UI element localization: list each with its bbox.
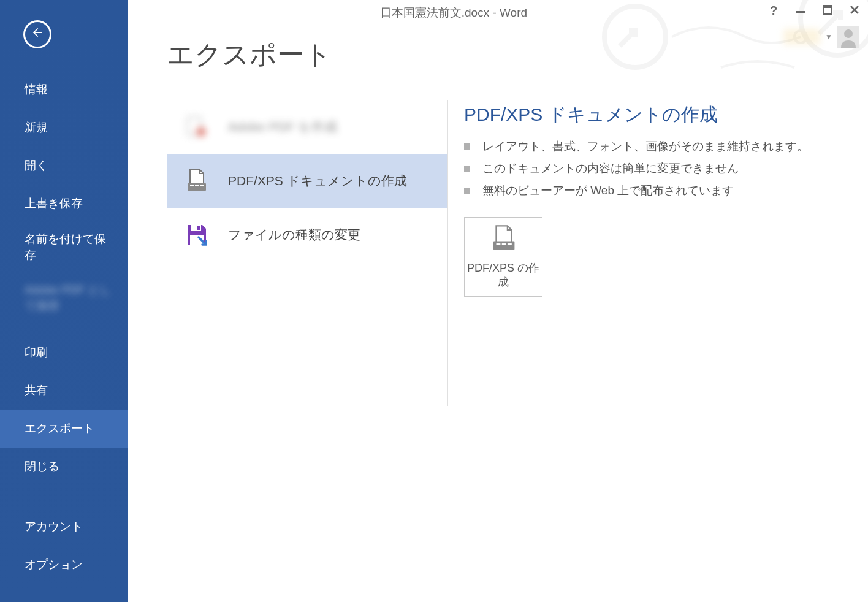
nav-item-print[interactable]: 印刷 bbox=[0, 333, 128, 371]
back-button[interactable] bbox=[23, 20, 51, 48]
detail-bullet-item: 無料のビューアーが Web 上で配布されています bbox=[464, 183, 868, 199]
pdf-xps-icon bbox=[489, 224, 517, 255]
svg-rect-9 bbox=[188, 183, 206, 191]
nav-item-export[interactable]: エクスポート bbox=[0, 410, 128, 448]
svg-rect-3 bbox=[796, 11, 805, 13]
nav-item-share[interactable]: 共有 bbox=[0, 371, 128, 410]
svg-point-6 bbox=[844, 29, 853, 38]
back-arrow-icon bbox=[31, 26, 44, 43]
nav-item-save[interactable]: 上書き保存 bbox=[0, 185, 128, 223]
nav-item-close[interactable]: 閉じる bbox=[0, 448, 128, 486]
titlebar: 日本国憲法前文.docx - Word ? bbox=[128, 0, 868, 26]
user-name-blurred bbox=[783, 29, 820, 45]
bullet-icon bbox=[464, 188, 470, 194]
svg-rect-11 bbox=[195, 185, 199, 186]
export-opt-adobe-pdf[interactable]: Adobe PDF を作成 bbox=[167, 100, 447, 154]
svg-rect-10 bbox=[190, 185, 194, 186]
svg-point-8 bbox=[196, 127, 206, 137]
bullet-icon bbox=[464, 143, 470, 150]
export-opt-label: Adobe PDF を作成 bbox=[228, 118, 337, 135]
export-options-list: Adobe PDF を作成 bbox=[167, 100, 447, 406]
close-button[interactable] bbox=[847, 4, 862, 18]
help-button[interactable]: ? bbox=[766, 4, 781, 18]
svg-rect-17 bbox=[497, 243, 501, 245]
svg-rect-16 bbox=[493, 241, 515, 250]
divider bbox=[447, 100, 448, 406]
nav-item-adobe-pdf[interactable]: Adobe PDF として保存 bbox=[0, 271, 128, 325]
pdf-xps-icon bbox=[184, 169, 208, 193]
svg-rect-19 bbox=[508, 243, 512, 245]
svg-rect-15 bbox=[197, 226, 200, 230]
detail-bullet-item: レイアウト、書式、フォント、画像がそのまま維持されます。 bbox=[464, 139, 868, 154]
create-pdf-xps-button[interactable]: PDF/XPS の作成 bbox=[464, 217, 542, 297]
nav-item-info[interactable]: 情報 bbox=[0, 70, 128, 109]
export-details-panel: PDF/XPS ドキュメントの作成 レイアウト、書式、フォント、画像がそのまま維… bbox=[464, 100, 868, 406]
nav-item-account[interactable]: アカウント bbox=[0, 508, 128, 546]
svg-rect-12 bbox=[200, 185, 204, 186]
main-content: 日本国憲法前文.docx - Word ? ▼ エクスポ bbox=[128, 0, 868, 602]
chevron-down-icon: ▼ bbox=[825, 32, 832, 41]
restore-button[interactable] bbox=[820, 4, 835, 18]
page-title: エクスポート bbox=[167, 37, 868, 73]
export-opt-label: ファイルの種類の変更 bbox=[228, 226, 360, 243]
avatar[interactable] bbox=[837, 26, 859, 48]
bullet-icon bbox=[464, 166, 470, 172]
export-opt-label: PDF/XPS ドキュメントの作成 bbox=[228, 172, 407, 189]
adobe-pdf-icon bbox=[184, 115, 208, 139]
nav-item-saveas[interactable]: 名前を付けて保存 bbox=[0, 223, 128, 271]
save-as-icon bbox=[184, 223, 208, 247]
nav-item-options[interactable]: オプション bbox=[0, 546, 128, 584]
backstage-sidebar: 情報 新規 開く 上書き保存 名前を付けて保存 Adobe PDF として保存 … bbox=[0, 0, 128, 602]
export-opt-pdf-xps[interactable]: PDF/XPS ドキュメントの作成 bbox=[167, 154, 447, 208]
nav-item-new[interactable]: 新規 bbox=[0, 109, 128, 147]
svg-rect-18 bbox=[502, 243, 506, 245]
detail-bullet-item: このドキュメントの内容は簡単に変更できません bbox=[464, 161, 868, 177]
minimize-button[interactable] bbox=[793, 4, 808, 18]
details-heading: PDF/XPS ドキュメントの作成 bbox=[464, 102, 868, 128]
nav-item-open[interactable]: 開く bbox=[0, 147, 128, 185]
user-account-area[interactable]: ▼ bbox=[783, 26, 859, 48]
document-title: 日本国憲法前文.docx - Word bbox=[380, 5, 527, 21]
action-button-label: PDF/XPS の作成 bbox=[465, 261, 542, 290]
export-opt-change-file-type[interactable]: ファイルの種類の変更 bbox=[167, 208, 447, 262]
svg-rect-5 bbox=[823, 6, 832, 8]
